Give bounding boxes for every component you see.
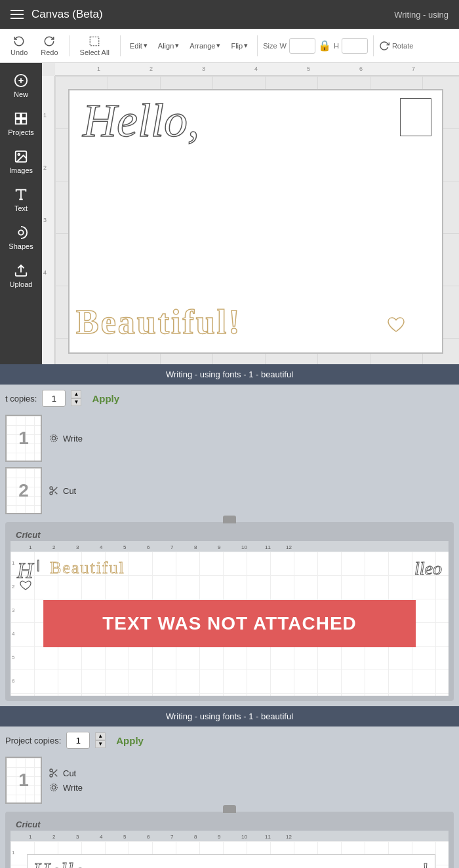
spinner-down-2[interactable]: ▼ — [95, 740, 106, 748]
mat-overlay-not-attached: TEXT WAS NOT ATTACHED — [43, 600, 416, 647]
copies-spinner-1[interactable]: ▲ ▼ — [71, 390, 81, 406]
arrange-chevron-icon: ▾ — [216, 41, 220, 50]
mat-preview-bg-1: Cricut 1 2 3 4 5 6 7 8 9 10 11 12 H — [5, 522, 454, 701]
mat-action-write-2: Write — [49, 782, 83, 793]
flip-chevron-icon: ▾ — [244, 41, 248, 50]
mat-number-1: 1 — [18, 428, 29, 449]
mat-info-2: Cut — [49, 467, 76, 514]
mat-cursor: | — [37, 558, 40, 572]
ruler-mark-5: 5 — [307, 66, 310, 72]
sidebar-projects-label: Projects — [8, 128, 34, 136]
mat-info-3: Cut Write — [49, 757, 83, 804]
copies-spinner-2[interactable]: ▲ ▼ — [95, 732, 106, 748]
sidebar-item-projects[interactable]: Projects — [0, 106, 42, 142]
design-canvas[interactable]: Hello, Beautiful! — [68, 89, 443, 354]
sidebar-new-label: New — [14, 90, 28, 98]
svg-line-24 — [55, 774, 58, 777]
mat-ruler-2: 1 2 3 4 5 6 7 8 9 10 11 12 — [10, 831, 449, 841]
mat-exclamation: ! — [422, 858, 429, 868]
mat-row-numbers-2: 12345678 — [12, 841, 14, 868]
align-chevron-icon: ▾ — [175, 41, 179, 50]
hello-text: Hello, — [83, 97, 396, 144]
arrange-dropdown[interactable]: Arrange ▾ — [186, 39, 224, 52]
sidebar-item-shapes[interactable]: Shapes — [0, 220, 42, 255]
status-bar-2: Writing - using fonts - 1 - beautiful — [0, 706, 459, 726]
ruler-mark-4: 4 — [254, 66, 258, 72]
mat-controls-1: t copies: ▲ ▼ Apply — [0, 390, 459, 412]
align-dropdown[interactable]: Align ▾ — [154, 39, 183, 52]
copies-input-1[interactable] — [42, 390, 66, 407]
ruler-mark-2: 2 — [150, 66, 153, 72]
svg-rect-7 — [22, 119, 26, 124]
sidebar-item-new[interactable]: New — [0, 68, 42, 104]
svg-point-16 — [50, 487, 52, 489]
canvas-area: New Projects Images Text Shapes Upload 1… — [0, 63, 459, 364]
apply-button-2[interactable]: Apply — [111, 732, 149, 749]
heart-decoration — [387, 317, 405, 334]
rotate-group: Rotate — [379, 41, 413, 51]
sidebar-text-label: Text — [14, 204, 28, 212]
copies-input-2[interactable] — [66, 732, 90, 749]
hamburger-menu[interactable] — [10, 10, 24, 19]
sidebar-shapes-label: Shapes — [9, 242, 33, 250]
mat-preview-2: Cricut 1 2 3 4 5 6 7 8 9 10 11 12 — [0, 806, 459, 868]
svg-point-27 — [50, 784, 58, 791]
svg-rect-6 — [16, 119, 20, 124]
ruler-left-3: 3 — [43, 217, 47, 223]
svg-line-19 — [55, 492, 58, 495]
apply-button-1[interactable]: Apply — [87, 390, 125, 407]
size-h-input[interactable] — [342, 38, 368, 54]
divider-4 — [373, 35, 374, 56]
sidebar-images-label: Images — [9, 166, 33, 174]
edit-dropdown[interactable]: Edit ▾ — [126, 39, 151, 52]
sidebar-item-images[interactable]: Images — [0, 144, 42, 179]
mat-row-2: 2 Cut — [0, 464, 459, 517]
mat-ruler-1: 1 2 3 4 5 6 7 8 9 10 11 12 — [10, 541, 449, 552]
mat-row-numbers: 123456 — [12, 552, 14, 693]
mat-row-1: 1 Write — [0, 412, 459, 464]
ruler-left-2: 2 — [43, 164, 47, 171]
mat-heart-scattered — [20, 580, 31, 591]
app-status-right: Writing - using — [394, 10, 449, 20]
beautiful-text: Beautiful! — [76, 305, 435, 339]
mat-hello-scattered: H — [17, 558, 33, 583]
ruler-left-4: 4 — [43, 269, 47, 276]
mat-thumbnail-1: 1 — [5, 415, 42, 462]
flip-dropdown[interactable]: Flip ▾ — [227, 39, 252, 52]
spinner-up-1[interactable]: ▲ — [71, 390, 81, 398]
sidebar-item-upload[interactable]: Upload — [0, 258, 42, 293]
ruler-mark-3: 3 — [202, 66, 205, 72]
select-all-button[interactable]: Select All — [75, 33, 115, 59]
undo-button[interactable]: Undo — [5, 33, 33, 59]
svg-point-21 — [50, 769, 52, 772]
mat-row-3: 1 Cut Write — [0, 754, 459, 806]
mat-controls-2: Project copies: ▲ ▼ Apply — [0, 732, 459, 754]
svg-point-26 — [52, 785, 55, 789]
sidebar-item-text[interactable]: Text — [0, 182, 42, 217]
mat-preview-bg-2: Cricut 1 2 3 4 5 6 7 8 9 10 11 12 — [5, 812, 454, 868]
canvas-grid[interactable]: Hello, Beautiful! — [55, 76, 459, 364]
toolbar: Undo Redo Select All Edit ▾ Align ▾ Arra… — [0, 29, 459, 63]
svg-point-9 — [18, 153, 20, 155]
mat-handle-2 — [223, 805, 236, 813]
ruler-mark-1: 1 — [97, 66, 100, 72]
mat-preview-1: Cricut 1 2 3 4 5 6 7 8 9 10 11 12 H — [0, 517, 459, 701]
status-bar-1: Writing - using fonts - 1 - beautiful — [0, 364, 459, 385]
canvas-body: 1 2 3 4 Hello, Beautiful! — [42, 76, 459, 364]
size-group: Size W 🔒 H — [263, 38, 368, 54]
mat-ello-scattered: lleo — [414, 558, 442, 579]
spinner-down-1[interactable]: ▼ — [71, 398, 81, 406]
redo-button[interactable]: Redo — [35, 33, 63, 59]
divider-1 — [69, 35, 70, 56]
mat-info-1: Write — [49, 415, 83, 462]
size-w-input[interactable] — [289, 38, 315, 54]
ruler-mark-6: 6 — [359, 66, 363, 72]
svg-rect-4 — [16, 113, 20, 118]
svg-line-20 — [52, 489, 54, 491]
mat-thumbnail-3: 1 — [5, 757, 42, 804]
mat-inner-1: H | Beautiful lleo 123456 TEXT WAS NOT A… — [10, 552, 449, 696]
mat-action-write-label-2: Write — [63, 783, 83, 793]
mat-section-1: t copies: ▲ ▼ Apply 1 Write 2 Cut — [0, 385, 459, 706]
spinner-up-2[interactable]: ▲ — [95, 732, 106, 740]
mat-beautiful-partial: Beautiful — [50, 558, 125, 578]
